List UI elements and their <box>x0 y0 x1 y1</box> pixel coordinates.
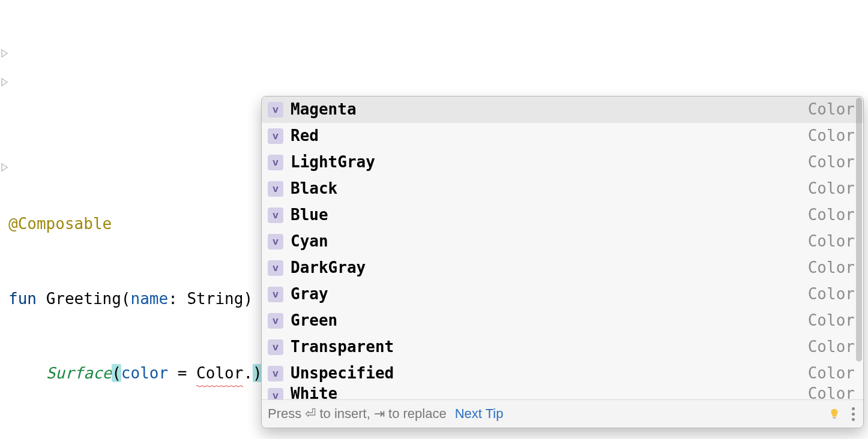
lightbulb-icon[interactable] <box>828 407 841 420</box>
autocomplete-item[interactable]: vWhiteColor <box>262 387 863 399</box>
autocomplete-item[interactable]: vGrayColor <box>262 281 863 308</box>
autocomplete-item[interactable]: vBlackColor <box>262 176 863 202</box>
scrollbar-thumb[interactable] <box>856 98 862 362</box>
kind-badge-value-icon: v <box>268 208 283 223</box>
kind-badge-value-icon: v <box>268 313 283 329</box>
autocomplete-item[interactable]: vGreenColor <box>262 308 863 334</box>
next-tip-link[interactable]: Next Tip <box>455 403 504 424</box>
autocomplete-item-type: Color <box>808 361 855 386</box>
autocomplete-item-name: White <box>291 387 808 399</box>
autocomplete-item-name: Black <box>291 176 808 202</box>
more-options-icon[interactable] <box>849 405 857 423</box>
kind-badge-value-icon: v <box>268 366 283 381</box>
autocomplete-item[interactable]: vMagentaColor <box>262 97 863 123</box>
bracket-highlight: ( <box>112 364 121 382</box>
arg-color: color <box>121 364 168 382</box>
gutter-marker-icon <box>0 48 10 59</box>
kind-badge-value-icon: v <box>268 388 283 399</box>
autocomplete-item-type: Color <box>808 229 855 254</box>
kind-badge-value-icon: v <box>268 102 283 118</box>
autocomplete-item-type: Color <box>808 282 855 307</box>
svg-rect-0 <box>833 417 836 419</box>
autocomplete-item-type: Color <box>808 150 855 175</box>
autocomplete-item-type: Color <box>808 335 855 360</box>
equals: = <box>168 364 196 382</box>
autocomplete-item[interactable]: vDarkGrayColor <box>262 255 863 281</box>
autocomplete-item-name: Unspecified <box>291 361 808 386</box>
footer-hint: Press ⏎ to insert, ⇥ to replace <box>268 403 447 424</box>
tab-key-icon: ⇥ <box>374 406 385 421</box>
annotation: @Composable <box>8 215 112 233</box>
autocomplete-item-type: Color <box>808 203 855 228</box>
autocomplete-item[interactable]: vTransparentColor <box>262 334 863 360</box>
autocomplete-item[interactable]: vLightGrayColor <box>262 149 863 176</box>
autocomplete-item-name: Transparent <box>291 335 808 360</box>
autocomplete-item-name: Cyan <box>291 229 808 254</box>
autocomplete-item[interactable]: vRedColor <box>262 123 863 149</box>
autocomplete-item-type: Color <box>808 387 855 399</box>
autocomplete-item[interactable]: vCyanColor <box>262 228 863 255</box>
param-type: String <box>187 290 243 308</box>
autocomplete-item-name: Magenta <box>291 97 808 122</box>
kind-badge-value-icon: v <box>268 181 283 197</box>
autocomplete-item-type: Color <box>808 97 855 122</box>
autocomplete-item-name: Red <box>291 124 808 149</box>
class-color: Color <box>196 361 243 386</box>
autocomplete-item-type: Color <box>808 124 855 149</box>
autocomplete-item-name: Gray <box>291 282 808 307</box>
keyword-fun: fun <box>8 290 37 308</box>
param-sep: : <box>168 290 187 308</box>
param-name: name <box>131 290 169 308</box>
enter-key-icon: ⏎ <box>305 406 316 421</box>
autocomplete-item-type: Color <box>808 255 855 281</box>
current-line-highlight <box>0 68 868 94</box>
autocomplete-list[interactable]: vMagentaColorvRedColorvLightGrayColorvBl… <box>262 97 863 399</box>
autocomplete-item[interactable]: vBlueColor <box>262 202 863 228</box>
autocomplete-item-name: DarkGray <box>291 255 808 281</box>
autocomplete-item-type: Color <box>808 308 855 333</box>
kind-badge-value-icon: v <box>268 260 283 276</box>
kind-badge-value-icon: v <box>268 287 283 302</box>
autocomplete-item-type: Color <box>808 176 855 202</box>
dot: . <box>243 364 253 382</box>
autocomplete-item[interactable]: vUnspecifiedColor <box>262 360 863 387</box>
gutter-marker-icon <box>0 162 10 173</box>
kind-badge-value-icon: v <box>268 128 283 144</box>
function-name: Greeting <box>46 290 121 308</box>
autocomplete-footer: Press ⏎ to insert, ⇥ to replace Next Tip <box>262 399 863 428</box>
gutter-marker-icon <box>0 77 10 88</box>
autocomplete-item-name: Blue <box>291 203 808 228</box>
kind-badge-value-icon: v <box>268 155 283 170</box>
kind-badge-value-icon: v <box>268 234 283 249</box>
autocomplete-item-name: Green <box>291 308 808 333</box>
kind-badge-value-icon: v <box>268 339 283 355</box>
autocomplete-item-name: LightGray <box>291 150 808 175</box>
paren-open: ( <box>121 290 131 308</box>
call-surface: Surface <box>46 364 112 382</box>
autocomplete-popup[interactable]: vMagentaColorvRedColorvLightGrayColorvBl… <box>261 96 864 428</box>
